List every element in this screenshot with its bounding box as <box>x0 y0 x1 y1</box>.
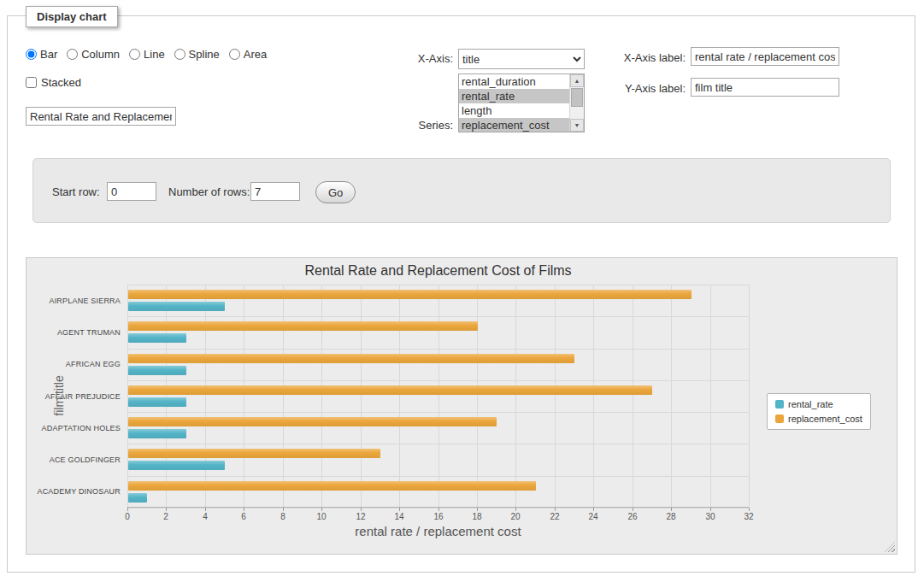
radio-label: Column <box>81 48 120 61</box>
chart-resize-handle[interactable] <box>885 542 895 552</box>
row-controls-panel: Start row: Number of rows: Go <box>32 158 891 223</box>
gridline-horizontal <box>127 349 749 350</box>
series-option-length[interactable]: length <box>459 103 569 118</box>
stacked-option[interactable]: Stacked <box>26 76 81 89</box>
gridline-vertical <box>749 285 750 507</box>
tick-mark <box>361 508 362 511</box>
gridline-horizontal <box>127 444 749 444</box>
tick-mark <box>593 508 594 511</box>
gridline-horizontal <box>127 412 749 413</box>
tick-mark <box>205 508 206 511</box>
number-of-rows-input[interactable] <box>250 182 300 201</box>
category-label: ACADEMY DINOSAUR <box>26 487 121 496</box>
bar-replacement_cost <box>128 449 380 458</box>
category-label: AFRICAN EGG <box>26 360 121 368</box>
tick-label: 30 <box>705 512 715 521</box>
tick-mark <box>555 508 556 511</box>
tick-label: 18 <box>472 512 481 521</box>
tick-label: 10 <box>316 512 326 521</box>
scroll-down-icon[interactable]: ▼ <box>570 119 584 132</box>
gridline-vertical <box>321 285 322 507</box>
series-option-rental_rate[interactable]: rental_rate <box>459 89 569 103</box>
tick-mark <box>283 508 284 511</box>
series-label: Series: <box>359 119 453 132</box>
tick-mark <box>127 508 128 511</box>
bar-rental_rate <box>128 429 186 438</box>
category-label: ADAPTATION HOLES <box>26 424 121 432</box>
bar-replacement_cost <box>128 385 652 395</box>
legend-item-replacement_cost[interactable]: replacement_cost <box>775 414 862 424</box>
gridline-vertical <box>710 285 711 507</box>
series-option-rental_duration[interactable]: rental_duration <box>459 74 569 89</box>
tick-label: 28 <box>666 512 675 521</box>
legend-label: rental_rate <box>788 399 833 409</box>
gridline-vertical <box>477 285 478 507</box>
y-axis-label-input[interactable] <box>691 78 839 97</box>
tick-label: 14 <box>394 512 403 521</box>
tick-label: 0 <box>125 512 130 521</box>
chart-title-input[interactable] <box>26 107 176 126</box>
chart-category-labels: AIRPLANE SIERRAAGENT TRUMANAFRICAN EGGAF… <box>26 285 121 508</box>
number-of-rows-label: Number of rows: <box>168 185 250 199</box>
gridline-vertical <box>244 285 244 507</box>
gridline-vertical <box>671 285 672 507</box>
bar-replacement_cost <box>128 417 497 426</box>
category-label: AFFAIR PREJUDICE <box>26 392 121 401</box>
radio-column[interactable] <box>67 49 78 60</box>
x-axis-select[interactable]: title <box>458 49 585 69</box>
gridline-horizontal <box>127 316 749 317</box>
radio-spline[interactable] <box>174 49 185 60</box>
legend-swatch <box>775 400 784 409</box>
plot-area <box>127 285 749 508</box>
tick-mark <box>321 508 322 511</box>
tick-label: 26 <box>627 512 637 521</box>
radio-line[interactable] <box>129 49 140 60</box>
chart-type-area[interactable]: Area <box>229 48 267 61</box>
x-axis-label-label: X-Axis label: <box>581 51 686 65</box>
go-button[interactable]: Go <box>315 181 356 203</box>
gridline-vertical <box>361 285 362 507</box>
chart-type-group: BarColumnLineSplineArea <box>26 48 267 61</box>
radio-label: Spline <box>189 48 220 61</box>
panel-title: Display chart <box>26 6 118 27</box>
tick-label: 8 <box>280 512 285 521</box>
start-row-label: Start row: <box>52 185 100 199</box>
series-option-replacement_cost[interactable]: replacement_cost <box>459 118 569 132</box>
series-options: rental_durationrental_ratelengthreplacem… <box>459 74 569 132</box>
radio-area[interactable] <box>229 49 240 60</box>
radio-bar[interactable] <box>26 49 37 60</box>
bar-rental_rate <box>128 461 225 470</box>
tick-mark <box>438 508 439 511</box>
gridline-vertical <box>127 285 128 507</box>
start-row-input[interactable] <box>107 182 156 201</box>
tick-label: 32 <box>744 512 753 521</box>
x-axis-label-input[interactable] <box>691 47 839 66</box>
chart-type-spline[interactable]: Spline <box>174 48 220 61</box>
gridline-vertical <box>166 285 167 507</box>
legend-item-rental_rate[interactable]: rental_rate <box>775 399 862 409</box>
gridline-vertical <box>555 285 556 507</box>
bar-rental_rate <box>128 302 225 311</box>
legend-label: replacement_cost <box>788 414 862 424</box>
tick-mark <box>399 508 400 511</box>
gridline-vertical <box>515 285 516 507</box>
category-label: AGENT TRUMAN <box>26 328 121 337</box>
tick-mark <box>244 508 244 511</box>
tick-label: 12 <box>356 512 365 521</box>
radio-label: Line <box>144 48 165 61</box>
tick-label: 2 <box>163 512 168 521</box>
bar-rental_rate <box>128 333 186 343</box>
gridline-vertical <box>633 285 633 507</box>
bar-rental_rate <box>128 493 147 503</box>
gridline-horizontal <box>127 380 749 381</box>
chart-type-line[interactable]: Line <box>129 48 165 61</box>
tick-label: 22 <box>550 512 559 521</box>
series-listbox[interactable]: rental_durationrental_ratelengthreplacem… <box>458 73 585 132</box>
chart-type-bar[interactable]: Bar <box>26 48 57 61</box>
gridline-horizontal <box>127 285 749 285</box>
chart-title: Rental Rate and Replacement Cost of Film… <box>127 263 749 279</box>
tick-mark <box>749 508 750 511</box>
tick-mark <box>477 508 478 511</box>
stacked-checkbox[interactable] <box>26 77 37 88</box>
chart-type-column[interactable]: Column <box>67 48 120 61</box>
